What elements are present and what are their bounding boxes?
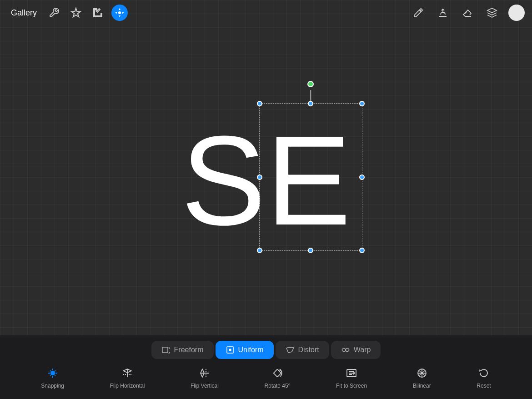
toolbar-right	[410, 5, 525, 21]
uniform-mode-button[interactable]: Uniform	[216, 341, 274, 359]
handle-mid-right[interactable]	[359, 175, 365, 180]
brush-tool-button[interactable]	[410, 5, 427, 21]
letter-s: S	[181, 117, 261, 244]
flip-horizontal-icon	[120, 366, 134, 380]
flip-horizontal-button[interactable]: Flip Horizontal	[105, 364, 151, 391]
letters-container: S E	[181, 117, 351, 244]
bilinear-label: Bilinear	[413, 383, 431, 389]
snapping-button[interactable]: Snapping	[35, 364, 70, 391]
letter-e-wrapper[interactable]: E	[266, 117, 351, 244]
smudge-tool-button[interactable]	[435, 5, 451, 21]
rotate-45-button[interactable]: Rotate 45°	[259, 364, 296, 391]
uniform-label: Uniform	[238, 346, 264, 354]
flip-horizontal-label: Flip Horizontal	[110, 383, 145, 389]
bilinear-icon	[415, 366, 429, 380]
eraser-icon	[462, 7, 473, 18]
flip-vertical-icon	[198, 366, 211, 380]
svg-rect-1	[162, 347, 168, 353]
snapping-label: Snapping	[41, 383, 64, 389]
smudge-icon	[437, 7, 448, 18]
letter-e: E	[266, 117, 351, 244]
handle-bottom-right[interactable]	[359, 248, 365, 253]
eraser-tool-button[interactable]	[459, 5, 476, 21]
rotate-45-icon	[271, 366, 284, 380]
rotation-handle[interactable]	[307, 81, 314, 87]
svg-point-0	[118, 11, 121, 14]
selection-icon	[92, 7, 103, 18]
toolbar-left: Gallery	[7, 5, 128, 21]
bilinear-button[interactable]: Bilinear	[407, 364, 437, 391]
flip-vertical-label: Flip Vertical	[191, 383, 219, 389]
snapping-icon	[46, 366, 60, 380]
uniform-icon	[226, 345, 235, 354]
handle-top-center[interactable]	[308, 101, 313, 106]
reset-button[interactable]: Reset	[471, 364, 496, 391]
transform-icon	[114, 7, 125, 18]
svg-point-3	[229, 349, 231, 351]
top-toolbar: Gallery	[0, 0, 532, 25]
layers-tool-button[interactable]	[484, 5, 500, 21]
warp-label: Warp	[354, 346, 371, 354]
wrench-icon	[49, 7, 60, 18]
adjustments-tool-button[interactable]	[68, 5, 84, 21]
avatar	[508, 5, 525, 21]
warp-mode-button[interactable]: Warp	[331, 341, 381, 359]
distort-mode-button[interactable]: Distort	[276, 341, 329, 359]
reset-label: Reset	[477, 383, 491, 389]
handle-top-right[interactable]	[359, 101, 365, 106]
transform-modes: Freeform Uniform Distort Warp	[151, 341, 381, 359]
adjustments-icon	[70, 7, 81, 18]
layers-icon	[487, 7, 497, 18]
transform-tool-button[interactable]	[111, 5, 128, 21]
actions-tool-button[interactable]	[46, 5, 62, 21]
gallery-button[interactable]: Gallery	[7, 6, 40, 20]
canvas-area[interactable]: S E	[0, 25, 532, 335]
distort-label: Distort	[298, 346, 319, 354]
fit-to-screen-button[interactable]: Fit to Screen	[331, 364, 372, 391]
freeform-mode-button[interactable]: Freeform	[151, 341, 214, 359]
selection-tool-button[interactable]	[90, 5, 106, 21]
distort-icon	[286, 345, 295, 354]
bottom-actions: Snapping Flip Horizontal Flip Vertical	[0, 364, 532, 391]
fit-to-screen-label: Fit to Screen	[336, 383, 367, 389]
reset-icon	[477, 366, 491, 380]
freeform-icon	[161, 345, 171, 354]
rotate-45-label: Rotate 45°	[265, 383, 291, 389]
freeform-label: Freeform	[174, 346, 204, 354]
rotation-handle-line	[311, 90, 311, 104]
brush-icon	[413, 7, 424, 18]
warp-icon	[341, 345, 350, 354]
bottom-toolbar: Freeform Uniform Distort Warp	[0, 335, 532, 399]
fit-to-screen-icon	[345, 366, 358, 380]
handle-top-left[interactable]	[257, 101, 262, 106]
flip-vertical-button[interactable]: Flip Vertical	[185, 364, 224, 391]
